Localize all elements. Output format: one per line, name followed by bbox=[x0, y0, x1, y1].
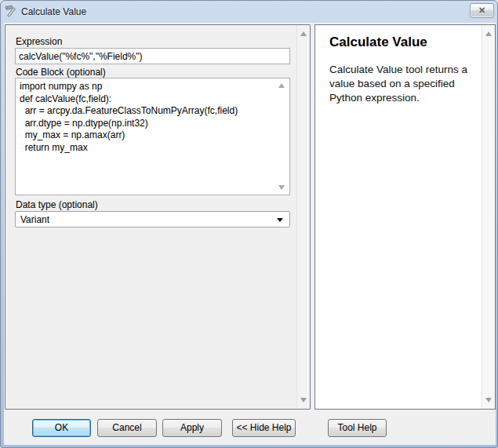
data-type-selected-value: Variant bbox=[20, 214, 49, 225]
parameters-panel: Expression Code Block (optional) import … bbox=[5, 24, 311, 410]
tool-help-button[interactable]: Tool Help bbox=[328, 419, 387, 437]
code-line: import numpy as np bbox=[20, 81, 275, 93]
data-type-label: Data type (optional) bbox=[16, 199, 98, 210]
data-type-dropdown[interactable]: Variant bbox=[15, 211, 290, 228]
parameters-scrollbar[interactable] bbox=[296, 25, 310, 409]
dialog-client-area: Expression Code Block (optional) import … bbox=[4, 23, 496, 445]
calculate-value-dialog: Calculate Value ✕ Expression Code Block … bbox=[0, 0, 498, 448]
chevron-down-icon bbox=[277, 218, 283, 222]
window-titlebar[interactable]: Calculate Value ✕ bbox=[1, 1, 497, 23]
code-line: arr.dtype = np.dtype(np.int32) bbox=[20, 118, 275, 130]
help-panel: Calculate Value Calculate Value tool ret… bbox=[314, 24, 496, 410]
code-block-label: Code Block (optional) bbox=[16, 67, 106, 78]
tool-hammer-icon bbox=[5, 5, 18, 18]
hide-help-button[interactable]: << Hide Help bbox=[232, 419, 296, 437]
help-description: Calculate Value tool returns a value bas… bbox=[329, 63, 482, 105]
code-block-textarea[interactable]: import numpy as np def calcValue(fc,fiel… bbox=[15, 78, 290, 195]
cancel-button[interactable]: Cancel bbox=[97, 419, 157, 437]
help-scrollbar[interactable] bbox=[482, 25, 495, 409]
scroll-down-icon[interactable] bbox=[300, 398, 307, 402]
help-title: Calculate Value bbox=[329, 35, 427, 50]
code-line: return my_max bbox=[20, 142, 275, 155]
ok-button[interactable]: OK bbox=[32, 419, 91, 437]
expression-input[interactable] bbox=[15, 48, 290, 64]
scroll-down-icon[interactable] bbox=[278, 185, 285, 190]
code-line: def calcValue(fc,field): bbox=[20, 93, 275, 106]
close-button[interactable]: ✕ bbox=[470, 3, 494, 18]
scroll-up-icon[interactable] bbox=[278, 83, 285, 88]
apply-button[interactable]: Apply bbox=[162, 419, 222, 437]
scroll-up-icon[interactable] bbox=[300, 31, 307, 36]
code-line: arr = arcpy.da.FeatureClassToNumPyArray(… bbox=[20, 105, 275, 118]
window-title: Calculate Value bbox=[21, 6, 86, 17]
scroll-down-icon[interactable] bbox=[485, 398, 492, 402]
scroll-up-icon[interactable] bbox=[485, 31, 492, 36]
code-line: my_max = np.amax(arr) bbox=[20, 129, 275, 142]
expression-label: Expression bbox=[16, 36, 62, 47]
